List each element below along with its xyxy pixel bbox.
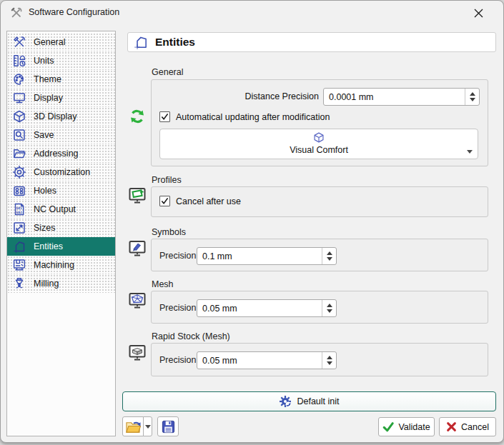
default-init-label: Default init: [297, 396, 339, 406]
cancel-after-use-label: Cancel after use: [176, 196, 241, 206]
refresh-arrows-icon: [127, 107, 147, 126]
magnifier-square-icon: [11, 128, 27, 142]
software-configuration-dialog: Software Configuration General: [0, 0, 504, 443]
sidebar-item-machining[interactable]: Machining: [7, 256, 115, 274]
sidebar-item-customization[interactable]: Customization: [7, 163, 115, 181]
svg-text:G02: G02: [16, 211, 23, 214]
cube-icon: [313, 131, 325, 146]
mesh-precision-value: 0.05 mm: [197, 300, 322, 316]
open-config-button[interactable]: [122, 416, 144, 436]
settings-category-list: General Units: [6, 31, 116, 436]
rapid-stock-precision-input[interactable]: 0.05 mm: [197, 351, 337, 369]
validate-label: Validate: [398, 422, 430, 432]
rapid-stock-precision-spinner[interactable]: [322, 352, 336, 369]
sidebar-item-theme[interactable]: Theme: [7, 70, 115, 89]
cancel-after-use-checkbox[interactable]: [159, 196, 170, 206]
mesh-precision-label: Precision: [159, 299, 196, 317]
rapid-stock-precision-value: 0.05 mm: [197, 352, 322, 369]
sidebar-item-label: Entities: [34, 241, 63, 251]
chevron-down-icon: [467, 150, 473, 154]
sidebar-item-label: Units: [34, 56, 54, 66]
cube-icon: [11, 109, 27, 124]
sidebar-item-addressing[interactable]: Addressing: [7, 144, 115, 163]
titlebar: Software Configuration: [1, 1, 503, 25]
sidebar-item-label: Customization: [34, 167, 90, 177]
monitor-icon: [11, 91, 27, 105]
visual-comfort-dropdown[interactable]: Visual Comfort: [159, 129, 478, 159]
symbols-screen-icon: [127, 239, 147, 258]
screen: Software Configuration General: [0, 0, 504, 445]
symbols-precision-label: Precision: [159, 247, 196, 265]
gear-refresh-icon: [279, 395, 292, 408]
check-icon: [382, 421, 394, 432]
stock-block-screen-icon: [127, 344, 147, 362]
x-icon: [446, 421, 457, 432]
palette-icon: [11, 72, 27, 86]
distance-precision-spinner[interactable]: [465, 89, 479, 105]
floppy-disk-icon: [161, 419, 176, 434]
sidebar-item-general[interactable]: General: [7, 33, 115, 51]
symbols-group-label: Symbols: [152, 227, 186, 237]
sidebar-item-holes[interactable]: Holes: [7, 181, 115, 200]
mesh-precision-input[interactable]: 0.05 mm: [197, 299, 337, 317]
sidebar-item-label: 3D Display: [34, 111, 76, 121]
general-group-label: General: [152, 67, 183, 77]
default-init-button[interactable]: Default init: [122, 391, 496, 411]
sidebar-item-label: NC Output: [34, 204, 76, 214]
save-config-button[interactable]: [157, 416, 179, 436]
sidebar-item-label: Save: [34, 130, 54, 140]
sketch-icon: [11, 239, 27, 254]
sidebar-item-nc-output[interactable]: G01 G02 NC Output: [7, 200, 115, 219]
units-icon: [11, 54, 27, 68]
sidebar-item-units[interactable]: Units: [7, 51, 115, 70]
sidebar-item-label: Machining: [34, 260, 74, 270]
open-config-dropdown[interactable]: [143, 416, 152, 436]
visual-comfort-label: Visual Comfort: [160, 145, 478, 155]
milling-tool-icon: [11, 276, 27, 291]
open-folder-icon: [11, 146, 27, 161]
symbols-precision-value: 0.1 mm: [197, 248, 322, 264]
crossed-tools-icon: [10, 6, 23, 19]
page-title: Entities: [155, 36, 195, 49]
symbols-precision-spinner[interactable]: [322, 248, 336, 264]
diagonal-arrow-icon: [11, 221, 27, 235]
sidebar-item-milling[interactable]: Milling: [7, 274, 115, 293]
open-folder-arrow-icon: [125, 419, 142, 434]
auto-update-row: Automatical updating after modification: [159, 111, 330, 122]
sidebar-item-entities[interactable]: Entities: [7, 237, 115, 256]
profiles-group-label: Profiles: [152, 175, 182, 185]
sidebar-item-label: Sizes: [34, 223, 56, 233]
cancel-after-use-row: Cancel after use: [159, 196, 241, 206]
close-button[interactable]: [465, 5, 491, 21]
sidebar-item-3d-display[interactable]: 3D Display: [7, 107, 115, 126]
sidebar-item-sizes[interactable]: Sizes: [7, 219, 115, 237]
sidebar-item-save[interactable]: Save: [7, 126, 115, 144]
mesh-precision-spinner[interactable]: [322, 300, 336, 316]
sidebar-item-label: Theme: [34, 74, 61, 84]
gear-icon: [11, 165, 27, 179]
distance-precision-label: Distance Precision: [179, 88, 319, 106]
cancel-label: Cancel: [461, 422, 489, 432]
auto-update-label: Automatical updating after modification: [176, 112, 330, 122]
distance-precision-value: 0.0001 mm: [324, 89, 465, 105]
tools-icon: [11, 35, 27, 49]
sidebar-item-label: Holes: [34, 186, 56, 196]
window-title: Software Configuration: [29, 1, 119, 24]
machine-icon: [11, 258, 27, 272]
panel-header: Entities: [127, 32, 496, 52]
sidebar-item-label: Milling: [34, 279, 59, 289]
entities-sketch-icon: [133, 34, 149, 50]
symbols-precision-input[interactable]: 0.1 mm: [197, 247, 337, 265]
profiles-screen-icon: [127, 186, 147, 205]
distance-precision-input[interactable]: 0.0001 mm: [323, 88, 480, 106]
cancel-button[interactable]: Cancel: [439, 417, 496, 436]
chevron-down-icon: [145, 425, 151, 429]
sidebar-item-label: Display: [34, 93, 63, 103]
rapid-stock-precision-label: Precision: [159, 351, 196, 369]
auto-update-checkbox[interactable]: [159, 111, 170, 122]
rapid-stock-group-label: Rapid Stock (Mesh): [152, 331, 230, 341]
holes-icon: [11, 184, 27, 198]
sidebar-item-display[interactable]: Display: [7, 89, 115, 107]
mesh-screen-icon: [127, 291, 147, 310]
validate-button[interactable]: Validate: [378, 417, 435, 436]
